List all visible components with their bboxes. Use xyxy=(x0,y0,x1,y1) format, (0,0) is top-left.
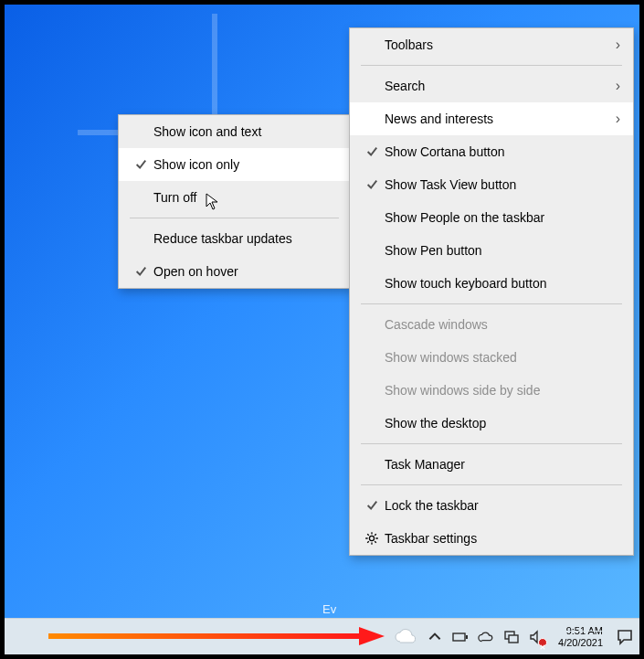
chevron-right-icon: › xyxy=(607,78,620,94)
menu-label: News and interests xyxy=(385,112,607,126)
action-center-icon[interactable] xyxy=(616,628,634,646)
menu-label: Show the desktop xyxy=(385,416,620,430)
clock-date: 4/20/2021 xyxy=(558,637,603,649)
menu-label: Task Manager xyxy=(385,457,620,472)
submenu-show-icon-text[interactable]: Show icon and text xyxy=(119,115,350,148)
svg-rect-5 xyxy=(509,635,518,643)
menu-label: Show Pen button xyxy=(385,243,620,258)
svg-rect-2 xyxy=(453,633,465,641)
menu-show-desktop[interactable]: Show the desktop xyxy=(350,407,633,440)
submenu-reduce-updates[interactable]: Reduce taskbar updates xyxy=(119,222,350,255)
menu-label: Show windows side by side xyxy=(385,383,620,398)
submenu-label: Show icon and text xyxy=(153,124,337,139)
menu-label: Search xyxy=(385,79,607,93)
menu-lock-taskbar[interactable]: Lock the taskbar xyxy=(350,489,633,522)
weather-icon[interactable] xyxy=(394,625,417,649)
menu-separator xyxy=(130,218,339,218)
menu-separator xyxy=(361,65,622,66)
taskbar[interactable]: 9:51 AM 4/20/2021 xyxy=(5,618,639,654)
submenu-label: Reduce taskbar updates xyxy=(153,231,337,246)
network-icon[interactable] xyxy=(503,629,520,645)
menu-label: Toolbars xyxy=(385,37,607,52)
desktop-partial-text: Ev xyxy=(322,602,336,616)
menu-search[interactable]: Search › xyxy=(350,69,633,102)
menu-label: Show People on the taskbar xyxy=(385,210,620,225)
check-icon xyxy=(359,178,385,191)
taskbar-clock[interactable]: 9:51 AM 4/20/2021 xyxy=(554,625,607,649)
menu-show-task-view[interactable]: Show Task View button xyxy=(350,168,633,201)
menu-label: Show Task View button xyxy=(385,177,620,192)
menu-show-people[interactable]: Show People on the taskbar xyxy=(350,201,633,234)
chevron-right-icon: › xyxy=(607,111,620,127)
check-icon xyxy=(128,265,153,278)
svg-rect-1 xyxy=(48,633,359,639)
gear-icon xyxy=(359,531,385,546)
menu-stacked: Show windows stacked xyxy=(350,341,633,374)
menu-news-interests[interactable]: News and interests › xyxy=(350,102,633,135)
menu-show-cortana[interactable]: Show Cortana button xyxy=(350,135,633,168)
tray-overflow-icon[interactable] xyxy=(427,629,443,645)
menu-label: Lock the taskbar xyxy=(385,498,620,513)
menu-label: Show windows stacked xyxy=(385,350,620,365)
menu-task-manager[interactable]: Task Manager xyxy=(350,448,633,481)
volume-icon[interactable] xyxy=(529,629,545,645)
menu-toolbars[interactable]: Toolbars › xyxy=(350,28,633,61)
menu-label: Show touch keyboard button xyxy=(385,276,620,291)
menu-show-touch-kbd[interactable]: Show touch keyboard button xyxy=(350,267,633,300)
menu-separator xyxy=(361,303,622,304)
submenu-turn-off[interactable]: Turn off xyxy=(119,181,350,214)
submenu-label: Open on hover xyxy=(153,264,337,279)
svg-rect-3 xyxy=(466,635,468,639)
submenu-label: Show icon only xyxy=(153,157,337,172)
menu-taskbar-settings[interactable]: Taskbar settings xyxy=(350,522,633,555)
chevron-right-icon: › xyxy=(607,37,620,53)
check-icon xyxy=(359,499,385,512)
submenu-show-icon-only[interactable]: Show icon only xyxy=(119,148,350,181)
submenu-label: Turn off xyxy=(153,190,337,205)
onedrive-icon[interactable] xyxy=(478,629,494,645)
menu-side-by-side: Show windows side by side xyxy=(350,374,633,407)
menu-label: Cascade windows xyxy=(385,317,620,332)
svg-point-0 xyxy=(369,536,374,540)
menu-separator xyxy=(361,484,622,485)
news-interests-submenu: Show icon and text Show icon only Turn o… xyxy=(118,114,351,289)
system-tray: 9:51 AM 4/20/2021 xyxy=(394,625,639,649)
mute-indicator-icon xyxy=(538,638,547,647)
menu-show-pen[interactable]: Show Pen button xyxy=(350,234,633,267)
clock-time: 9:51 AM xyxy=(558,625,603,637)
annotation-arrow xyxy=(48,625,386,647)
battery-icon[interactable] xyxy=(452,629,469,645)
menu-label: Taskbar settings xyxy=(385,531,620,546)
menu-cascade: Cascade windows xyxy=(350,308,633,341)
menu-separator xyxy=(361,443,622,444)
menu-label: Show Cortana button xyxy=(385,144,620,159)
check-icon xyxy=(128,158,153,171)
check-icon xyxy=(359,145,385,158)
submenu-open-on-hover[interactable]: Open on hover xyxy=(119,255,350,288)
taskbar-context-menu: Toolbars › Search › News and interests ›… xyxy=(349,27,634,556)
